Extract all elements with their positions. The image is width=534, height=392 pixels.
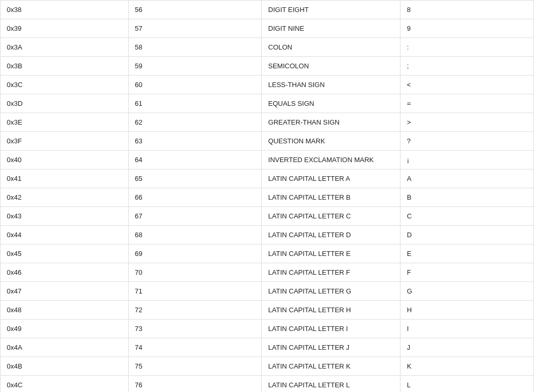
- cell-name: LATIN CAPITAL LETTER C: [262, 207, 400, 226]
- cell-dec: 65: [128, 169, 262, 188]
- cell-name: SEMICOLON: [262, 57, 400, 76]
- cell-hex: 0x46: [1, 263, 129, 282]
- cell-hex: 0x47: [1, 282, 129, 301]
- cell-name: LATIN CAPITAL LETTER D: [262, 226, 400, 244]
- table-row: 0x4B75LATIN CAPITAL LETTER KK: [1, 357, 534, 376]
- cell-name: LATIN CAPITAL LETTER L: [262, 376, 400, 393]
- cell-char: >: [400, 113, 534, 132]
- cell-name: LATIN CAPITAL LETTER J: [262, 338, 400, 357]
- cell-dec: 64: [128, 151, 262, 169]
- table-row: 0x4266LATIN CAPITAL LETTER BB: [1, 188, 534, 207]
- cell-name: LATIN CAPITAL LETTER K: [262, 357, 400, 376]
- cell-hex: 0x45: [1, 244, 129, 263]
- cell-char: H: [400, 301, 534, 320]
- cell-char: 9: [400, 19, 534, 38]
- cell-char: ¡: [400, 151, 534, 169]
- cell-dec: 58: [128, 38, 262, 57]
- cell-char: L: [400, 376, 534, 393]
- cell-name: LATIN CAPITAL LETTER B: [262, 188, 400, 207]
- table-row: 0x4C76LATIN CAPITAL LETTER LL: [1, 376, 534, 393]
- cell-dec: 56: [128, 1, 262, 19]
- cell-hex: 0x3C: [1, 76, 129, 94]
- cell-hex: 0x40: [1, 151, 129, 169]
- cell-name: LATIN CAPITAL LETTER F: [262, 263, 400, 282]
- cell-char: K: [400, 357, 534, 376]
- cell-dec: 57: [128, 19, 262, 38]
- cell-char: <: [400, 76, 534, 94]
- cell-char: ?: [400, 132, 534, 151]
- table-row: 0x4670LATIN CAPITAL LETTER FF: [1, 263, 534, 282]
- cell-hex: 0x3B: [1, 57, 129, 76]
- cell-name: LATIN CAPITAL LETTER H: [262, 301, 400, 320]
- cell-char: D: [400, 226, 534, 244]
- cell-hex: 0x38: [1, 1, 129, 19]
- table-row: 0x3F63QUESTION MARK?: [1, 132, 534, 151]
- character-table: 0x3856DIGIT EIGHT80x3957DIGIT NINE90x3A5…: [0, 0, 534, 392]
- cell-hex: 0x3D: [1, 94, 129, 113]
- cell-hex: 0x44: [1, 226, 129, 244]
- cell-hex: 0x48: [1, 301, 129, 320]
- cell-char: :: [400, 38, 534, 57]
- cell-dec: 67: [128, 207, 262, 226]
- table-row: 0x4973LATIN CAPITAL LETTER II: [1, 320, 534, 338]
- cell-hex: 0x3E: [1, 113, 129, 132]
- cell-dec: 62: [128, 113, 262, 132]
- cell-char: J: [400, 338, 534, 357]
- table-row: 0x4569LATIN CAPITAL LETTER EE: [1, 244, 534, 263]
- cell-char: E: [400, 244, 534, 263]
- cell-dec: 75: [128, 357, 262, 376]
- cell-hex: 0x4B: [1, 357, 129, 376]
- cell-hex: 0x39: [1, 19, 129, 38]
- table-row: 0x3957DIGIT NINE9: [1, 19, 534, 38]
- cell-name: DIGIT EIGHT: [262, 1, 400, 19]
- cell-hex: 0x3F: [1, 132, 129, 151]
- cell-char: F: [400, 263, 534, 282]
- cell-name: QUESTION MARK: [262, 132, 400, 151]
- table-row: 0x3D61EQUALS SIGN=: [1, 94, 534, 113]
- cell-name: LESS-THAN SIGN: [262, 76, 400, 94]
- cell-char: C: [400, 207, 534, 226]
- cell-name: LATIN CAPITAL LETTER E: [262, 244, 400, 263]
- cell-char: 8: [400, 1, 534, 19]
- cell-name: INVERTED EXCLAMATION MARK: [262, 151, 400, 169]
- cell-dec: 59: [128, 57, 262, 76]
- table-row: 0x4165LATIN CAPITAL LETTER AA: [1, 169, 534, 188]
- cell-dec: 61: [128, 94, 262, 113]
- cell-hex: 0x41: [1, 169, 129, 188]
- cell-dec: 76: [128, 376, 262, 393]
- cell-name: GREATER-THAN SIGN: [262, 113, 400, 132]
- table-row: 0x3B59SEMICOLON;: [1, 57, 534, 76]
- cell-char: G: [400, 282, 534, 301]
- table-row: 0x4064INVERTED EXCLAMATION MARK¡: [1, 151, 534, 169]
- cell-dec: 71: [128, 282, 262, 301]
- cell-name: DIGIT NINE: [262, 19, 400, 38]
- cell-char: =: [400, 94, 534, 113]
- cell-dec: 72: [128, 301, 262, 320]
- table-row: 0x3E62GREATER-THAN SIGN>: [1, 113, 534, 132]
- cell-dec: 73: [128, 320, 262, 338]
- table-row: 0x4A74LATIN CAPITAL LETTER JJ: [1, 338, 534, 357]
- cell-dec: 60: [128, 76, 262, 94]
- cell-dec: 69: [128, 244, 262, 263]
- cell-char: A: [400, 169, 534, 188]
- cell-char: I: [400, 320, 534, 338]
- cell-char: ;: [400, 57, 534, 76]
- table-row: 0x4367LATIN CAPITAL LETTER CC: [1, 207, 534, 226]
- cell-name: EQUALS SIGN: [262, 94, 400, 113]
- cell-hex: 0x4C: [1, 376, 129, 393]
- cell-dec: 68: [128, 226, 262, 244]
- cell-hex: 0x49: [1, 320, 129, 338]
- cell-dec: 66: [128, 188, 262, 207]
- cell-hex: 0x4A: [1, 338, 129, 357]
- cell-dec: 63: [128, 132, 262, 151]
- table-row: 0x3856DIGIT EIGHT8: [1, 1, 534, 19]
- cell-hex: 0x3A: [1, 38, 129, 57]
- cell-name: COLON: [262, 38, 400, 57]
- table-row: 0x3C60LESS-THAN SIGN<: [1, 76, 534, 94]
- table-body: 0x3856DIGIT EIGHT80x3957DIGIT NINE90x3A5…: [1, 1, 534, 393]
- cell-hex: 0x42: [1, 188, 129, 207]
- cell-name: LATIN CAPITAL LETTER I: [262, 320, 400, 338]
- cell-hex: 0x43: [1, 207, 129, 226]
- cell-name: LATIN CAPITAL LETTER A: [262, 169, 400, 188]
- cell-dec: 74: [128, 338, 262, 357]
